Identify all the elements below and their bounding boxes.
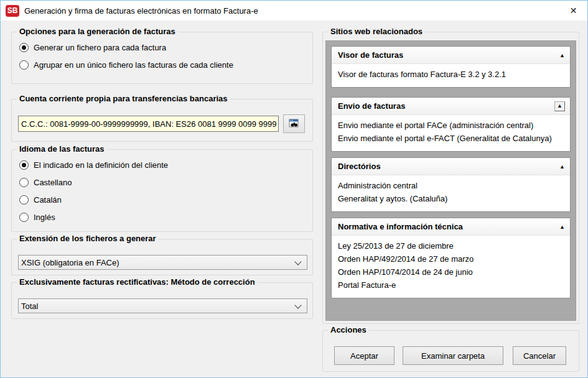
group-title: Idioma de las facturas (17, 144, 107, 154)
group-cuenta-corriente: Cuenta corriente propia para transferenc… (11, 99, 313, 142)
link-visor-factura-e[interactable]: Visor de facturas formato Factura-E 3.2 … (338, 68, 564, 81)
chevron-down-icon (294, 258, 301, 265)
card-header-directorios[interactable]: Directórios ▲ (332, 158, 570, 175)
radio-idioma-definicion-cliente[interactable]: El indicado en la definición del cliente (19, 159, 168, 171)
close-button[interactable]: ✕ (559, 1, 587, 21)
radio-idioma-ingles[interactable]: Inglés (19, 211, 55, 223)
dialog-window: SB Generación y firma de facturas electr… (0, 0, 588, 378)
title-bar: SB Generación y firma de facturas electr… (1, 1, 587, 21)
group-extension-ficheros: Extensión de los ficheros a generar XSIG… (11, 239, 313, 275)
group-title: Opciones para la generación de facturas (17, 27, 178, 36)
radio-label: Generar un fichero para cada factura (34, 43, 166, 52)
collapse-up-icon[interactable]: ▲ (554, 101, 565, 111)
card-visor-de-facturas: Visor de facturas ▲ Visor de facturas fo… (331, 46, 571, 88)
radio-idioma-castellano[interactable]: Castellano (19, 176, 72, 188)
extension-select[interactable]: XSIG (obligatoria en FACe) (18, 255, 307, 270)
buscar-cuenta-button[interactable] (283, 114, 305, 133)
radio-idioma-catalan[interactable]: Catalán (19, 193, 62, 206)
card-normativa: Normativa e información técnica ▲ Ley 25… (331, 218, 571, 298)
collapse-up-icon[interactable]: ▲ (559, 224, 565, 229)
group-acciones: Acciones Aceptar Examinar carpeta Cancel… (322, 330, 579, 372)
radio-label: Inglés (34, 213, 55, 222)
radio-agrupar-unico-fichero[interactable]: Agrupar en un único fichero las facturas… (19, 58, 233, 71)
examinar-carpeta-button[interactable]: Examinar carpeta (403, 346, 503, 365)
link-administracion-central[interactable]: Administración central (338, 179, 564, 192)
metodo-correccion-select[interactable]: Total (18, 298, 307, 313)
app-logo-icon: SB (6, 5, 19, 17)
group-title: Extensión de los ficheros a generar (17, 234, 159, 243)
card-header-normativa[interactable]: Normativa e información técnica ▲ (332, 218, 570, 236)
binoculars-icon (289, 119, 299, 129)
radio-selected-icon (19, 160, 29, 170)
group-title: Cuenta corriente propia para transferenc… (17, 94, 230, 103)
link-generalitat-aytos[interactable]: Generalitat y aytos. (Cataluña) (338, 192, 564, 205)
card-title: Directórios (338, 162, 381, 171)
combo-selected-value: XSIG (obligatoria en FACe) (21, 258, 119, 267)
radio-unselected-icon (19, 178, 29, 187)
radio-label: Agrupar en un único fichero las facturas… (34, 60, 233, 70)
radio-unselected-icon (19, 60, 29, 70)
card-directorios: Directórios ▲ Administración central Gen… (331, 157, 571, 212)
card-header-visor[interactable]: Visor de facturas ▲ (332, 47, 570, 64)
sites-panel: Visor de facturas ▲ Visor de facturas fo… (325, 40, 576, 321)
close-icon: ✕ (570, 6, 577, 16)
collapse-up-icon[interactable]: ▲ (559, 164, 565, 169)
radio-label: El indicado en la definición del cliente (34, 160, 168, 170)
cancelar-button[interactable]: Cancelar (513, 346, 566, 365)
card-title: Normativa e información técnica (338, 222, 463, 231)
group-title: Sitios web relacionados (328, 27, 425, 36)
cuenta-corriente-input[interactable]: C.C.C.: 0081-9999-00-9999999999, IBAN: E… (18, 116, 279, 132)
link-portal-factura-e[interactable]: Portal Factura-e (338, 279, 564, 292)
combo-selected-value: Total (21, 302, 38, 311)
aceptar-button[interactable]: Aceptar (334, 346, 394, 365)
radio-generar-un-fichero[interactable]: Generar un fichero para cada factura (19, 41, 166, 53)
link-orden-hap-1074[interactable]: Orden HAP/1074/2014 de 24 de junio (338, 265, 564, 279)
radio-unselected-icon (19, 195, 29, 205)
radio-selected-icon (19, 43, 29, 52)
chevron-down-icon (294, 302, 301, 308)
window-title: Generación y firma de facturas electróni… (24, 6, 258, 16)
link-portal-efact[interactable]: Envio mediante el portal e-FACT (General… (338, 132, 564, 145)
collapse-up-icon[interactable]: ▲ (559, 52, 565, 58)
link-portal-face[interactable]: Envio mediante el portal FACe (administr… (338, 119, 564, 132)
radio-label: Catalán (34, 195, 62, 205)
card-header-envio[interactable]: Envio de facturas ▲ (332, 98, 570, 115)
group-idioma-facturas: Idioma de las facturas El indicado en la… (11, 149, 313, 232)
group-metodo-correccion: Exclusivamente facturas rectificativas: … (11, 282, 313, 319)
card-title: Visor de facturas (338, 50, 403, 60)
link-orden-hap-492[interactable]: Orden HAP/492/2014 de 27 de marzo (338, 252, 564, 265)
group-title: Exclusivamente facturas rectificativas: … (17, 277, 258, 287)
radio-label: Castellano (34, 178, 72, 187)
link-ley-25-2013[interactable]: Ley 25/2013 de 27 de diciembre (338, 239, 564, 252)
group-title: Acciones (328, 325, 369, 334)
card-envio-de-facturas: Envio de facturas ▲ Envio mediante el po… (331, 97, 571, 152)
group-sitios-web: Sitios web relacionados Visor de factura… (322, 32, 579, 324)
radio-unselected-icon (19, 213, 29, 222)
group-opciones-generacion: Opciones para la generación de facturas … (11, 32, 313, 84)
card-title: Envio de facturas (338, 101, 405, 111)
